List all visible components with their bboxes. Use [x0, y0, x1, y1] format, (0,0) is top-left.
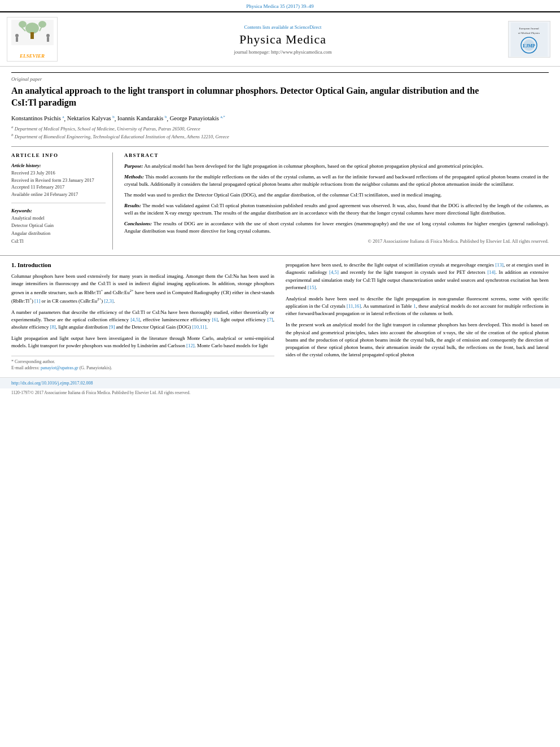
top-journal-link[interactable]: Physica Medica 35 (2017) 39–49 [0, 0, 560, 11]
main-right-col: propagation have been used, to describe … [286, 261, 549, 372]
sciencedirect-link[interactable]: ScienceDirect [295, 24, 322, 30]
right-para-1: propagation have been used, to describe … [286, 261, 549, 291]
abstract-purpose: Purpose: An analytical model has been de… [124, 163, 549, 170]
available-online-date: Available online 24 February 2017 [11, 191, 106, 198]
keywords-label: Keywords: [11, 208, 106, 213]
main-content-section: 1. Introduction Columnar phosphors have … [0, 255, 560, 377]
keywords-list: Analytical model Detector Optical Gain A… [11, 215, 106, 245]
history-label: Article history: [11, 163, 106, 168]
intro-para-1: Columnar phosphors have been used extens… [11, 273, 274, 305]
journal-homepage: journal homepage: http://www.physicamedi… [69, 49, 497, 55]
svg-point-6 [38, 21, 46, 28]
ref-8[interactable]: [8] [50, 324, 56, 330]
svg-point-9 [46, 34, 50, 37]
received-date: Received 23 July 2016 [11, 169, 106, 177]
affiliation-2: b Department of Biomedical Engineering, … [11, 133, 549, 139]
journal-header: ELSEVIER Contents lists available at Sci… [0, 11, 560, 67]
accepted-date: Accepted 11 February 2017 [11, 184, 106, 191]
abstract-header: ABSTRACT [124, 152, 549, 158]
epj-logo: European Journal of Medical Physics EJMP [508, 21, 550, 58]
ref-23[interactable]: [2,3] [104, 298, 113, 304]
svg-text:EJMP: EJMP [523, 43, 535, 49]
doi-link[interactable]: http://dx.doi.org/10.1016/j.ejmp.2017.02… [11, 381, 93, 386]
main-two-col: 1. Introduction Columnar phosphors have … [11, 261, 549, 372]
ref-15[interactable]: [15] [308, 285, 316, 290]
methods-label: Methods: [124, 174, 144, 180]
abstract-results: Results: The model was validated against… [124, 202, 549, 217]
journal-title-header: Physica Medica [69, 32, 497, 47]
svg-text:European Journal: European Journal [519, 27, 539, 30]
conclusions-text: The results of DOG are in accordance wit… [124, 221, 549, 234]
svg-rect-8 [16, 37, 18, 42]
results-label: Results: [124, 203, 141, 208]
page: Physica Medica 35 (2017) 39–49 [0, 0, 560, 747]
ref-1011[interactable]: [10,11] [192, 324, 206, 330]
contents-line: Contents lists available at ScienceDirec… [69, 24, 497, 30]
ref-13[interactable]: [13] [495, 262, 504, 268]
elsevier-logo: ELSEVIER [7, 17, 58, 62]
right-para-2: Analytical models have been used to desc… [286, 295, 549, 318]
purpose-text: An analytical model has been developed f… [144, 163, 483, 169]
author-3: Ioannis Kandarakis b [117, 115, 167, 121]
ref-6[interactable]: [6] [212, 317, 218, 322]
email-link[interactable]: panayiot@upatras.gr [41, 365, 78, 370]
contents-label: Contents lists available at [244, 24, 294, 30]
abstract-methods: Methods: This model accounts for the mul… [124, 173, 549, 188]
author-1: Konstantinos Psichis a [11, 115, 64, 121]
keyword-1: Analytical model [11, 215, 106, 222]
author-4: George Panayiotakis a,* [170, 115, 225, 121]
top-journal-text: Physica Medica 35 (2017) 39–49 [246, 3, 313, 9]
ref-7[interactable]: [7] [268, 317, 273, 322]
info-divider [11, 203, 106, 203]
article-body: Original paper An analytical approach to… [0, 67, 560, 255]
footnote-email: E-mail address: panayiot@upatras.gr (G. … [11, 365, 274, 370]
header-center: Contents lists available at ScienceDirec… [58, 24, 508, 55]
svg-point-5 [19, 21, 27, 28]
svg-text:of Medical Physics: of Medical Physics [518, 32, 540, 34]
keyword-2: Detector Optical Gain [11, 222, 106, 230]
keyword-4: CsI:Tl [11, 238, 106, 246]
ref-45r[interactable]: [4,5] [329, 269, 339, 275]
introduction-title: 1. Introduction [11, 261, 274, 268]
keyword-3: Angular distribution [11, 230, 106, 238]
purpose-label: Purpose: [124, 163, 143, 169]
issn-bar: 1120-1797/© 2017 Associazione Italiana d… [0, 388, 560, 397]
main-left-col: 1. Introduction Columnar phosphors have … [11, 261, 274, 372]
abstract-model-text: The model was used to predict the Detect… [124, 191, 549, 199]
article-info-abstract-section: ARTICLE INFO Article history: Received 2… [11, 146, 549, 250]
ref-14[interactable]: [14] [487, 269, 496, 275]
ref-12[interactable]: [12] [186, 343, 195, 348]
results-text: The model was validated against CsI:Tl o… [124, 203, 549, 216]
article-info-column: ARTICLE INFO Article history: Received 2… [11, 152, 113, 250]
elsevier-logo-svg [11, 20, 54, 51]
svg-point-7 [15, 34, 19, 37]
doi-bar[interactable]: http://dx.doi.org/10.1016/j.ejmp.2017.02… [0, 377, 560, 388]
abstract-column: ABSTRACT Purpose: An analytical model ha… [124, 152, 549, 250]
right-para-3: In the present work an analytical model … [286, 321, 549, 359]
methods-text: This model accounts for the multiple ref… [124, 174, 549, 187]
article-title: An analytical approach to the light tran… [11, 85, 549, 109]
article-info-header: ARTICLE INFO [11, 152, 106, 158]
copyright-line: © 2017 Associazione Italiana di Fisica M… [124, 238, 549, 244]
ref-45[interactable]: [4,5] [130, 317, 140, 322]
ref-1[interactable]: [1] [34, 298, 40, 304]
authors-line: Konstantinos Psichis a, Nektarios Kalyva… [11, 115, 549, 122]
elsevier-brand-text: ELSEVIER [10, 53, 55, 59]
intro-title-text: Introduction [18, 261, 51, 268]
conclusions-label: Conclusions: [124, 221, 152, 226]
svg-rect-10 [47, 37, 49, 42]
intro-number: 1. [11, 261, 16, 268]
table-1-ref[interactable]: 1 [413, 303, 415, 309]
article-history: Article history: Received 23 July 2016 R… [11, 163, 106, 198]
footnote-area: * Corresponding author. E-mail address: … [11, 356, 274, 370]
epj-logo-svg: European Journal of Medical Physics EJMP [511, 23, 548, 56]
header-right-logo: European Journal of Medical Physics EJMP [508, 21, 553, 58]
intro-para-2: A number of parameters that describe the… [11, 309, 274, 331]
abstract-conclusions: Conclusions: The results of DOG are in a… [124, 220, 549, 235]
author-2: Nektarios Kalyvas b [67, 115, 115, 121]
footnote-corresponding: * Corresponding author. [11, 359, 274, 364]
ref-1116[interactable]: [11,16] [347, 303, 361, 309]
received-revised-date: Received in Revised form 23 January 2017 [11, 177, 106, 184]
ref-9[interactable]: [9] [109, 324, 115, 330]
affiliation-1: a Department of Medical Physics, School … [11, 125, 549, 132]
